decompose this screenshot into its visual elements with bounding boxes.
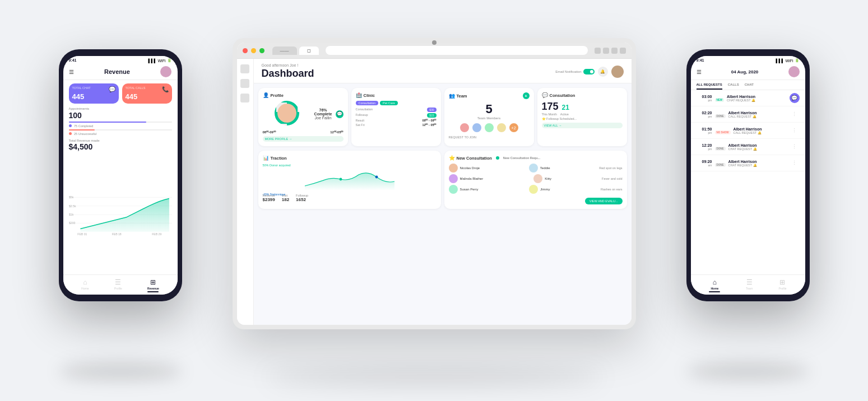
clinic-result-val: 08⁰⁰ - 09⁰⁰: [422, 119, 436, 122]
email-notification: Email Notification: [555, 69, 594, 74]
sidebar-icon-2[interactable]: [240, 79, 249, 88]
browser-maximize-dot[interactable]: [259, 48, 264, 53]
right-nav-profile[interactable]: ⊞ Profile: [778, 278, 786, 292]
request-type-4: CHAT REQUEST 🔔: [728, 147, 787, 151]
dots-action-icon-2[interactable]: ⋮: [790, 109, 800, 119]
left-phone-title: Revenue: [104, 68, 130, 75]
right-user-avatar[interactable]: [788, 66, 800, 77]
notification-badge[interactable]: 🔔: [598, 67, 608, 77]
left-user-avatar[interactable]: [160, 66, 171, 77]
right-bottom-nav: ⌂ Home ☰ Team ⊞ Profile: [691, 274, 805, 295]
signal-icon: ▌▌▌: [148, 59, 157, 63]
left-nav-revenue[interactable]: ⊞ Revenue: [147, 278, 159, 292]
clinic-result-label: Result: [356, 119, 365, 122]
team-add-icon[interactable]: +: [523, 92, 530, 99]
right-nav-home[interactable]: ⌂ Home: [709, 278, 720, 292]
left-nav-home[interactable]: ⌂ Home: [81, 278, 89, 292]
svg-text:$200: $200: [69, 221, 76, 225]
clinic-tab-petcare[interactable]: Pet Care: [380, 101, 398, 105]
right-battery-icon: 🔋: [795, 58, 800, 63]
clinic-tab-consultation[interactable]: Consultation: [356, 101, 379, 105]
newcons-name-1: Nicolas Droje: [460, 166, 480, 170]
new-consultation-dot: [496, 156, 499, 160]
chat-stat-icon: 💬: [109, 86, 115, 92]
newcons-avatar-pet-1: [529, 164, 538, 172]
team-avatar-2: [471, 122, 482, 133]
right-date: 04 Aug, 2020: [731, 69, 759, 74]
tab-all-requests[interactable]: ALL REQUESTS: [697, 83, 722, 90]
profile-card-title: 👤 Profile: [263, 92, 344, 98]
browser-chrome: —— ◻: [237, 43, 632, 59]
profile-icon: 👤: [263, 92, 269, 98]
browser-tab-inactive[interactable]: ——: [272, 46, 297, 55]
browser-action-4[interactable]: [620, 48, 626, 54]
total-calls-box: TOTAL CALLS 📞 445: [122, 83, 172, 104]
dashboard-cards-row1: 👤 Profile 76% Complete Joe Fa: [254, 83, 632, 151]
request-info-1: Albert Harrison CHAT REQUEST 🔔: [727, 95, 787, 102]
right-menu-icon[interactable]: ☰: [697, 69, 702, 75]
profile-name: Joe Fallin: [314, 116, 332, 120]
right-phone: 9:41 ▌▌▌ WiFi 🔋 ☰ 04 Aug, 2020 ALL REQUE…: [686, 49, 810, 301]
new-consultation-badge: New Consultation Requ...: [503, 156, 540, 160]
browser-action-2[interactable]: [603, 48, 609, 54]
consultation-numbers: 175 21: [542, 101, 623, 113]
dots-action-icon-4[interactable]: ⋮: [790, 142, 800, 152]
left-menu-icon[interactable]: ☰: [69, 69, 74, 75]
tab-chat[interactable]: CHAT: [745, 83, 754, 90]
clinic-icon: 🏥: [356, 92, 362, 98]
request-name-5: Albert Harrison: [728, 160, 787, 164]
browser-tab-active[interactable]: ◻: [299, 46, 319, 55]
profile-stat-1-time: 08⁰⁰-09⁰⁰: [263, 130, 276, 134]
newcons-avatar-1: [449, 164, 458, 172]
tablet-camera: [432, 40, 437, 45]
team-card-title: 👥 Team +: [449, 92, 530, 99]
right-team-icon: ☰: [746, 278, 753, 286]
traction-chart-svg: [263, 168, 437, 190]
clinic-card: 🏥 Clinic Consultation Pet Care Consultat…: [351, 88, 441, 146]
browser-minimize-dot[interactable]: [251, 48, 256, 53]
profile-online-badge: 💬: [336, 110, 344, 118]
browser-action-3[interactable]: [611, 48, 618, 54]
dots-action-icon-3[interactable]: ⋮: [790, 125, 800, 136]
tab-calls[interactable]: CALLS: [728, 83, 739, 90]
battery-icon: 🔋: [167, 58, 172, 63]
request-time-4: 12:20 pm: [697, 143, 712, 151]
request-item-3: 01:50 pm NO SHOW Albert Harrison CALL RE…: [691, 123, 805, 139]
profile-nav-label: Profile: [114, 287, 122, 290]
completed-dot: [69, 124, 72, 127]
status-badge-2: DONE: [715, 114, 726, 118]
traction-icon: 📊: [263, 155, 269, 161]
view-evaluate-button[interactable]: VIEW AND EVALU...: [585, 198, 623, 204]
team-avatar-3: [484, 122, 495, 133]
user-avatar-header[interactable]: [611, 66, 624, 78]
svg-text:FEB 01: FEB 01: [77, 232, 87, 236]
chat-action-icon-1[interactable]: 💬: [790, 93, 800, 103]
consultation-more-link[interactable]: VIEW ALL →: [542, 123, 623, 128]
new-consultation-title: ⭐ New Consultation New Consultation Requ…: [449, 155, 623, 161]
profile-more-link[interactable]: MORE PROFILE →: [263, 136, 344, 142]
completed-text: 75 Completed: [74, 124, 93, 128]
appointments-label: Appointments: [69, 107, 172, 110]
team-request-label: REQUEST TO JOIN: [449, 136, 530, 139]
browser-close-dot[interactable]: [243, 48, 248, 53]
email-toggle[interactable]: [583, 69, 595, 74]
sidebar-icon-1[interactable]: [240, 64, 249, 73]
dashboard-main: Good afternoon Joe ! Dashboard Email Not…: [254, 59, 632, 325]
browser-address-bar[interactable]: [326, 46, 588, 55]
revenue-nav-label: Revenue: [147, 287, 159, 290]
browser-action-1[interactable]: [595, 48, 601, 54]
revenue-chart-svg: $5k $2.5k $1k $200 FEB 01 FEB 18 FEB 29: [69, 155, 172, 274]
total-calls-value: 445: [126, 92, 169, 101]
dots-action-icon-5[interactable]: ⋮: [790, 158, 800, 168]
sidebar-icon-3[interactable]: [240, 94, 249, 102]
right-nav-team[interactable]: ☰ Team: [746, 278, 753, 292]
request-info-2: Albert Harrison CALL REQUEST 🔔: [728, 111, 787, 118]
right-phone-shadow: [686, 363, 810, 380]
right-status-bar: 9:41 ▌▌▌ WiFi 🔋: [691, 56, 805, 64]
clinic-satfri-label: Sat Fri: [356, 123, 365, 127]
team-avatar-4: [496, 122, 507, 133]
left-nav-profile[interactable]: ☰ Profile: [114, 278, 122, 292]
total-chat-box: TOTAL CHAT 💬 445: [69, 83, 119, 104]
newcons-avatar-pet-2: [533, 174, 542, 183]
total-chat-label: TOTAL CHAT: [72, 86, 91, 90]
